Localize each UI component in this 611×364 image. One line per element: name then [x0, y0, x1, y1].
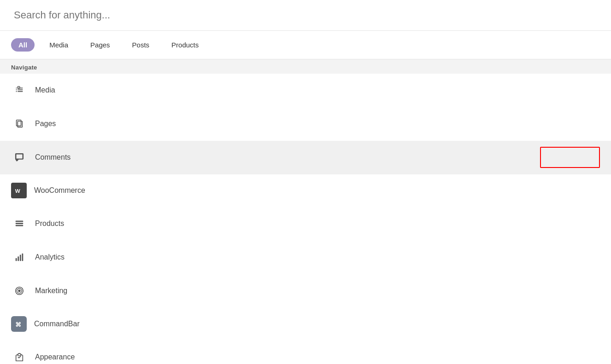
svg-rect-11: [22, 254, 24, 261]
tab-pages[interactable]: Pages: [83, 38, 118, 52]
marketing-label: Marketing: [35, 287, 67, 295]
commandbar-icon: ⌘: [11, 316, 27, 332]
svg-rect-10: [20, 255, 21, 261]
svg-rect-3: [16, 154, 24, 159]
nav-item-comments[interactable]: Comments: [0, 141, 611, 174]
svg-rect-9: [18, 256, 19, 261]
nav-item-products[interactable]: Products: [0, 207, 611, 241]
nav-item-pages[interactable]: Pages: [0, 107, 611, 141]
nav-item-woocommerce[interactable]: W WooCommerce: [0, 174, 611, 207]
media-label: Media: [35, 86, 55, 94]
woocommerce-label: WooCommerce: [34, 186, 85, 195]
nav-item-commandbar[interactable]: ⌘ CommandBar: [0, 308, 611, 341]
svg-rect-1: [17, 120, 21, 126]
svg-point-13: [18, 289, 21, 292]
pages-icon: [11, 116, 28, 132]
svg-rect-6: [16, 223, 24, 224]
nav-item-appearance[interactable]: Appearance: [0, 341, 611, 364]
analytics-icon: [11, 249, 28, 266]
comments-icon: [11, 149, 28, 166]
nav-item-marketing[interactable]: Marketing: [0, 274, 611, 308]
media-icon: [11, 82, 28, 98]
tab-posts[interactable]: Posts: [125, 38, 157, 52]
commandbar-label: CommandBar: [34, 320, 80, 328]
products-label: Products: [35, 220, 64, 228]
marketing-icon: [11, 283, 28, 299]
appearance-icon: [11, 349, 28, 364]
tab-media[interactable]: Media: [42, 38, 76, 52]
svg-rect-7: [16, 225, 24, 226]
analytics-label: Analytics: [35, 253, 65, 261]
filter-tabs: All Media Pages Posts Products: [0, 31, 611, 59]
woocommerce-icon: W: [11, 183, 27, 198]
search-input[interactable]: [14, 9, 597, 21]
search-bar: [0, 0, 611, 31]
svg-text:⌘: ⌘: [15, 321, 21, 328]
navigate-section-label: Navigate: [0, 59, 611, 74]
pages-label: Pages: [35, 120, 56, 128]
comments-red-highlight-box: [540, 147, 600, 168]
svg-rect-8: [16, 258, 17, 261]
svg-rect-5: [16, 221, 24, 222]
svg-text:W: W: [15, 188, 20, 194]
products-icon: [11, 215, 28, 232]
nav-item-media[interactable]: Media: [0, 74, 611, 107]
tab-all[interactable]: All: [11, 38, 35, 52]
nav-item-analytics[interactable]: Analytics: [0, 241, 611, 274]
nav-list: Media Pages Comments W WooCo: [0, 74, 611, 364]
appearance-label: Appearance: [35, 353, 75, 361]
comments-label: Comments: [35, 153, 70, 162]
svg-rect-2: [18, 121, 22, 127]
tab-products[interactable]: Products: [164, 38, 206, 52]
